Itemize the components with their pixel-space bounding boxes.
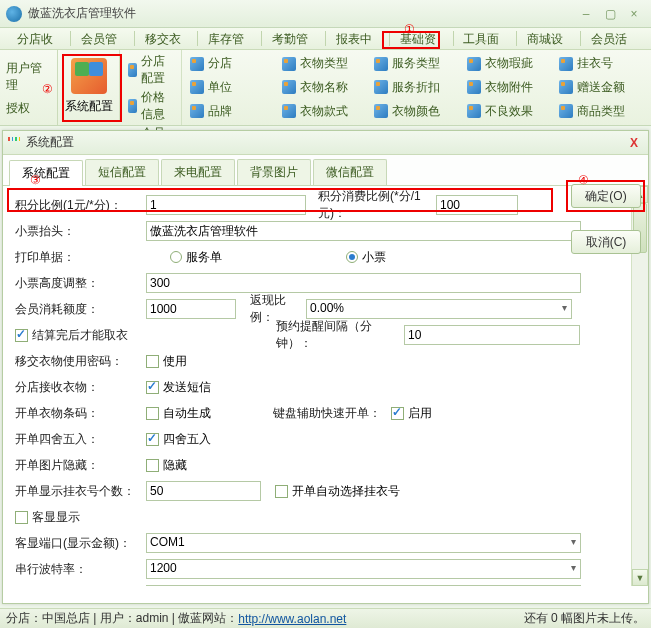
ribbon-btn-branch-config[interactable]: 分店配置 xyxy=(124,52,177,88)
callout-1: ① xyxy=(404,22,415,36)
ribbon-cell-icon xyxy=(374,104,388,118)
input-hyktx[interactable] xyxy=(146,585,581,586)
ribbon-cell-label: 单位 xyxy=(208,79,232,96)
ribbon-cell-label: 挂衣号 xyxy=(577,55,613,72)
ribbon-cell-label: 衣物款式 xyxy=(300,103,348,120)
status-bar: 分店：中国总店 | 用户：admin | 傲蓝网站： http://www.ao… xyxy=(0,608,651,628)
ribbon-cell[interactable]: 服务折扣 xyxy=(370,76,462,100)
menu-item-9[interactable]: 会员活动 xyxy=(582,28,643,49)
checkbox-yjmm[interactable] xyxy=(146,355,159,368)
checkbox-kyss[interactable] xyxy=(146,433,159,446)
menu-item-6[interactable]: 基础资料 xyxy=(391,28,452,49)
checkbox-kytp[interactable] xyxy=(146,459,159,472)
form-area: 积分比例(1元/*分)： 积分消费比例(*分/1元)： 小票抬头： 打印单据： … xyxy=(3,186,648,586)
select-kxdk[interactable]: COM1 xyxy=(146,533,581,553)
ribbon-cell[interactable]: 挂衣号 xyxy=(555,52,647,76)
checkbox-kytm[interactable] xyxy=(146,407,159,420)
ribbon-cell[interactable]: 品牌 xyxy=(186,99,278,123)
input-yytx[interactable] xyxy=(404,325,580,345)
checkbox-kxxs[interactable] xyxy=(15,511,28,524)
menu-item-8[interactable]: 商城设置 xyxy=(518,28,579,49)
ribbon-big-label: 系统配置 xyxy=(65,98,113,115)
lbl-fdjs: 分店接收衣物： xyxy=(11,379,146,396)
ribbon-cell[interactable]: 衣物名称 xyxy=(278,76,370,100)
checkbox-fdjs-label: 发送短信 xyxy=(163,379,211,396)
checkbox-jpfz[interactable] xyxy=(391,407,404,420)
ribbon-cell-label: 衣物颜色 xyxy=(392,103,440,120)
ribbon-cell[interactable]: 单位 xyxy=(186,76,278,100)
minimize-button[interactable]: – xyxy=(575,5,597,23)
checkbox-fdjs[interactable] xyxy=(146,381,159,394)
ribbon-cell-label: 品牌 xyxy=(208,103,232,120)
ribbon-cell-icon xyxy=(467,104,481,118)
ribbon-cell[interactable]: 衣物款式 xyxy=(278,99,370,123)
ribbon-cell[interactable]: 衣物类型 xyxy=(278,52,370,76)
input-jfbl[interactable] xyxy=(146,195,306,215)
input-xpgd[interactable] xyxy=(146,273,581,293)
ribbon-cell-icon xyxy=(559,104,573,118)
input-jfxf[interactable] xyxy=(436,195,518,215)
input-kyxs[interactable] xyxy=(146,481,261,501)
lbl-kytm: 开单衣物条码： xyxy=(11,405,146,422)
ribbon-cell[interactable]: 商品类型 xyxy=(555,99,647,123)
ribbon-cell-label: 衣物名称 xyxy=(300,79,348,96)
ribbon-cell-label: 服务类型 xyxy=(392,55,440,72)
ribbon-big-system-config[interactable]: 系统配置 xyxy=(58,50,120,122)
ribbon-cell[interactable]: 赠送金额 xyxy=(555,76,647,100)
lbl-jfbl: 积分比例(1元/*分)： xyxy=(11,197,146,214)
menu-item-7[interactable]: 工具面板 xyxy=(454,28,515,49)
action-buttons: 确定(O) 取消(C) xyxy=(571,184,643,254)
input-hyxh[interactable] xyxy=(146,299,236,319)
ribbon-cell-icon xyxy=(190,57,204,71)
checkbox-kdzd[interactable] xyxy=(275,485,288,498)
menu-item-5[interactable]: 报表中心 xyxy=(327,28,388,49)
checkbox-jswh[interactable] xyxy=(15,329,28,342)
lbl-yytx: 预约提醒间隔（分钟）： xyxy=(264,318,404,352)
ribbon-cell[interactable]: 衣物附件 xyxy=(463,76,555,100)
radio-service-ticket-label: 服务单 xyxy=(186,249,222,266)
menu-item-1[interactable]: 会员管理 xyxy=(72,28,133,49)
ribbon-cell-label: 衣物瑕疵 xyxy=(485,55,533,72)
status-left: 分店：中国总店 | 用户：admin | 傲蓝网站： xyxy=(6,610,238,627)
menu-item-2[interactable]: 移交衣物 xyxy=(136,28,197,49)
radio-service-ticket[interactable] xyxy=(170,251,182,263)
ok-button[interactable]: 确定(O) xyxy=(571,184,641,208)
ribbon-cell[interactable]: 分店 xyxy=(186,52,278,76)
ribbon-cell-icon xyxy=(374,80,388,94)
lbl-kyss: 开单四舍五入： xyxy=(11,431,146,448)
ribbon-btn-price-info[interactable]: 价格信息 xyxy=(124,88,177,124)
ribbon-cell[interactable]: 服务类型 xyxy=(370,52,462,76)
select-ckbt[interactable]: 1200 xyxy=(146,559,581,579)
radio-receipt[interactable] xyxy=(346,251,358,263)
main-menu: 分店收银 会员管理 移交衣物 库存管理 考勤管理 报表中心 基础资料 工具面板 … xyxy=(0,28,651,50)
input-xptt[interactable] xyxy=(146,221,581,241)
ribbon-cell[interactable]: 衣物瑕疵 xyxy=(463,52,555,76)
subwin-titlebar: 系统配置 X xyxy=(3,131,648,155)
lbl-jfxf: 积分消费比例(*分/1元)： xyxy=(306,188,436,222)
lbl-yjmm: 移交衣物使用密码： xyxy=(11,353,146,370)
tab-system-config[interactable]: 系统配置 xyxy=(9,160,83,186)
tab-sms-config[interactable]: 短信配置 xyxy=(85,159,159,185)
ribbon-cell-label: 衣物附件 xyxy=(485,79,533,96)
ribbon-cell[interactable]: 衣物颜色 xyxy=(370,99,462,123)
menu-item-3[interactable]: 库存管理 xyxy=(199,28,260,49)
scroll-down-button[interactable]: ▼ xyxy=(632,569,648,586)
cancel-button[interactable]: 取消(C) xyxy=(571,230,641,254)
ribbon-cell-icon xyxy=(467,57,481,71)
tab-caller-config[interactable]: 来电配置 xyxy=(161,159,235,185)
status-link[interactable]: http://www.aolan.net xyxy=(238,612,346,626)
close-button[interactable]: × xyxy=(623,5,645,23)
menu-item-4[interactable]: 考勤管理 xyxy=(263,28,324,49)
menu-item-0[interactable]: 分店收银 xyxy=(8,28,69,49)
checkbox-yjmm-label: 使用 xyxy=(163,353,187,370)
select-fxbl[interactable]: 0.00% xyxy=(306,299,572,319)
tab-bg-image[interactable]: 背景图片 xyxy=(237,159,311,185)
subwin-close-button[interactable]: X xyxy=(624,136,644,150)
lbl-jswh: 结算完后才能取衣 xyxy=(11,327,146,344)
lbl-hyxh: 会员消耗额度： xyxy=(11,301,146,318)
ribbon-cell[interactable]: 不良效果 xyxy=(463,99,555,123)
lbl-xptt: 小票抬头： xyxy=(11,223,146,240)
checkbox-kytp-label: 隐藏 xyxy=(163,457,187,474)
maximize-button[interactable]: ▢ xyxy=(599,5,621,23)
tab-wechat-config[interactable]: 微信配置 xyxy=(313,159,387,185)
